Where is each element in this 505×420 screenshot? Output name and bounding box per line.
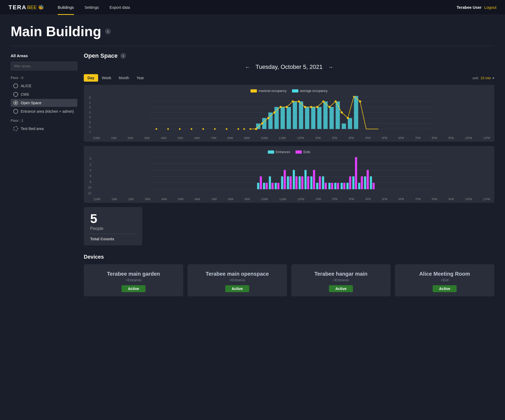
svg-point-43 <box>167 128 169 130</box>
occupancy-y-labels: 7 6 5 4 3 2 1 0 <box>88 96 93 140</box>
device-name-2: Terabee hangar main <box>310 264 372 278</box>
radio-alice <box>13 83 18 88</box>
radio-testbed <box>13 126 18 131</box>
area-testbed-label: Test Bed area <box>21 127 44 131</box>
page-title: Main Building <box>11 23 101 39</box>
unit-label: unit: <box>472 76 479 80</box>
device-status-0[interactable]: Active <box>122 285 145 292</box>
unit-chevron-icon: ▾ <box>493 76 494 80</box>
svg-rect-74 <box>304 170 307 189</box>
stats-card: 5 People Total Counts <box>84 207 142 245</box>
legend-entrance-dot <box>268 150 274 154</box>
stats-label: Total Counts <box>90 237 136 241</box>
svg-point-34 <box>316 106 318 108</box>
logo: TERABEE 🐝 <box>9 4 44 11</box>
svg-rect-94 <box>364 177 366 189</box>
svg-rect-17 <box>317 107 322 129</box>
navbar: TERABEE 🐝 Buildings Settings Export data… <box>0 0 505 15</box>
svg-rect-66 <box>281 177 283 189</box>
tab-day[interactable]: Day <box>84 74 98 82</box>
tab-month[interactable]: Month <box>115 74 133 82</box>
svg-rect-19 <box>329 107 334 129</box>
floor0-label: Floor : 0 <box>11 76 77 80</box>
nav-links: Buildings Settings Export data <box>52 0 457 15</box>
page-info-icon[interactable]: ℹ <box>105 28 111 34</box>
nav-buildings[interactable]: Buildings <box>52 0 79 15</box>
svg-rect-93 <box>361 177 363 189</box>
svg-rect-18 <box>323 102 328 129</box>
stats-divider <box>90 234 136 234</box>
sidebar-item-testbed[interactable]: Test Bed area <box>11 125 77 133</box>
svg-rect-64 <box>275 183 277 189</box>
svg-rect-68 <box>287 177 289 189</box>
occupancy-legend: maximal occupancy average occupancy <box>88 89 490 93</box>
devices-grid: Terabee main garden +Entrance Active Ter… <box>84 264 494 296</box>
svg-rect-76 <box>310 177 312 189</box>
legend-max-label: maximal occupancy <box>258 89 286 93</box>
area-filter-input[interactable] <box>11 62 77 70</box>
floor1-label: Floor : 1 <box>11 119 77 123</box>
device-status-3[interactable]: Active <box>433 285 457 292</box>
entrances-svg <box>93 157 490 196</box>
svg-point-39 <box>347 117 349 119</box>
svg-rect-90 <box>352 177 354 189</box>
device-type-2: +Entrance <box>333 278 349 282</box>
occupancy-chart-wrapper: 7 6 5 4 3 2 1 0 <box>88 96 490 140</box>
svg-point-48 <box>226 128 227 130</box>
page-title-row: Main Building ℹ <box>11 23 494 39</box>
svg-rect-63 <box>272 183 274 189</box>
logout-link[interactable]: Logout <box>484 5 496 10</box>
svg-rect-78 <box>316 183 318 189</box>
section-header: Open Space ℹ <box>84 52 494 59</box>
svg-rect-92 <box>358 183 360 189</box>
device-name-3: Alice Meeting Room <box>415 264 474 278</box>
sidebar-item-cms[interactable]: CMS <box>11 90 77 98</box>
device-card-3: Alice Meeting Room +Exit Active <box>395 264 494 296</box>
device-status-2[interactable]: Active <box>329 285 353 292</box>
svg-rect-70 <box>293 170 295 189</box>
tabs-row: Day Week Month Year unit: 15 min ▾ <box>84 74 494 82</box>
device-card-1: Terabee main openspace +Entrance Active <box>187 264 287 296</box>
svg-point-50 <box>243 128 245 130</box>
svg-rect-73 <box>301 177 303 189</box>
device-status-1[interactable]: Active <box>225 285 249 292</box>
main-layout: All Areas Floor : 0 ALICE CMS Open Space… <box>11 52 494 296</box>
svg-point-37 <box>335 100 337 103</box>
tab-week[interactable]: Week <box>98 74 115 82</box>
nav-settings[interactable]: Settings <box>79 0 104 15</box>
svg-rect-71 <box>295 177 298 189</box>
entrances-chart-wrapper: 12 10 8 6 4 2 0 <box>88 157 490 201</box>
section-info-icon[interactable]: ℹ <box>120 53 126 59</box>
svg-rect-77 <box>313 170 315 189</box>
radio-cms <box>13 92 18 97</box>
occupancy-svg <box>93 96 490 135</box>
svg-rect-67 <box>284 170 286 189</box>
date-prev-arrow[interactable]: ← <box>245 64 250 70</box>
sidebar-item-openspace[interactable]: Open Space <box>11 99 77 107</box>
svg-point-24 <box>255 128 257 130</box>
svg-point-29 <box>286 106 288 108</box>
tab-year[interactable]: Year <box>133 74 148 82</box>
legend-max-occupancy: maximal occupancy <box>251 89 286 93</box>
svg-rect-86 <box>341 183 343 189</box>
device-type-3: +Exit <box>441 278 448 282</box>
svg-rect-16 <box>311 107 315 129</box>
occupancy-chart-container: maximal occupancy average occupancy 7 6 … <box>84 85 494 142</box>
logo-text: TERA <box>9 4 27 11</box>
sidebar-item-alice[interactable]: ALICE <box>11 82 77 90</box>
legend-entrance-label: Entrances <box>276 150 290 154</box>
radio-entrance <box>13 109 18 114</box>
svg-point-25 <box>261 123 263 125</box>
unit-selector[interactable]: unit: 15 min ▾ <box>472 76 494 80</box>
stats-row: 5 People Total Counts <box>84 207 494 245</box>
sidebar-item-entrance[interactable]: Entrance area (kitchen + admin) <box>11 107 77 115</box>
date-next-arrow[interactable]: → <box>328 64 333 70</box>
nav-export[interactable]: Export data <box>104 0 135 15</box>
legend-avg-occupancy: average occupancy <box>292 89 328 93</box>
svg-rect-80 <box>322 177 324 189</box>
svg-point-51 <box>249 128 251 130</box>
svg-point-38 <box>341 111 343 114</box>
svg-point-33 <box>310 106 312 108</box>
logo-accent: BEE 🐝 <box>27 5 44 10</box>
svg-rect-95 <box>367 170 369 189</box>
